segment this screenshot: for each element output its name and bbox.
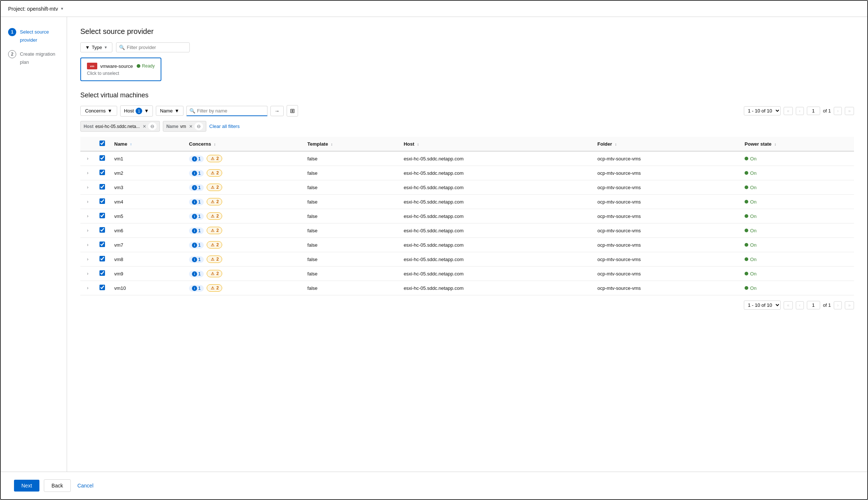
expand-column-header [80,137,95,151]
bottom-first-page-button[interactable]: « [784,301,793,309]
project-selector[interactable]: Project: openshift-mtv ▼ [8,6,64,12]
back-button[interactable]: Back [44,479,71,492]
next-button[interactable]: Next [14,480,39,492]
concern-warn-badge[interactable]: ⚠ 2 [207,284,222,292]
checkbox-cell[interactable] [95,151,110,166]
concern-warn-badge[interactable]: ⚠ 2 [207,241,222,249]
expand-button[interactable]: › [85,242,91,248]
checkbox-cell[interactable] [95,195,110,209]
table-row: › vm8 i 1 ⚠ 2 false esxi-hc-05.sddc.neta… [80,252,854,267]
checkbox-cell[interactable] [95,238,110,252]
checkbox-cell[interactable] [95,252,110,267]
last-page-button[interactable]: » [845,107,854,115]
name-chip-remove-button[interactable]: ✕ [189,124,193,129]
name-column-header[interactable]: Name ↑ [110,137,185,151]
concern-warn-badge[interactable]: ⚠ 2 [207,212,222,220]
concern-info-badge[interactable]: i 1 [189,242,204,249]
concerns-filter-button[interactable]: Concerns ▼ [80,106,117,116]
row-checkbox[interactable] [99,198,105,204]
sidebar-step-1[interactable]: 1 Select source provider [8,28,59,44]
provider-card-header: vm vmware-source Ready [87,63,155,69]
bottom-per-page-select[interactable]: 1 - 10 of 10 [744,301,781,310]
row-checkbox[interactable] [99,155,105,161]
checkbox-column-header[interactable] [95,137,110,151]
expand-cell: › [80,166,95,180]
power-state-column-header[interactable]: Power state ↕ [740,137,854,151]
concern-info-badge[interactable]: i 1 [189,228,204,234]
folder-column-header[interactable]: Folder ↕ [593,137,741,151]
concern-warn-badge[interactable]: ⚠ 2 [207,184,222,191]
row-checkbox[interactable] [99,227,105,233]
per-page-select[interactable]: 1 - 10 of 10 [744,106,781,115]
columns-toggle-button[interactable]: ⊞ [287,105,298,117]
expand-button[interactable]: › [85,256,91,263]
concern-info-badge[interactable]: i 1 [189,156,204,162]
concern-info-badge[interactable]: i 1 [189,170,204,177]
row-checkbox[interactable] [99,270,105,276]
folder-cell: ocp-mtv-source-vms [593,209,741,223]
row-checkbox[interactable] [99,213,105,218]
expand-button[interactable]: › [85,198,91,205]
cancel-button[interactable]: Cancel [75,480,96,492]
clear-all-filters-button[interactable]: Clear all filters [209,124,239,129]
type-filter-button[interactable]: ▼ Type ▼ [80,42,112,52]
concern-info-badge[interactable]: i 1 [189,184,204,191]
next-page-button[interactable]: › [834,107,842,115]
row-checkbox[interactable] [99,242,105,247]
concern-info-badge[interactable]: i 1 [189,199,204,205]
host-filter-button[interactable]: Host 1 ▼ [120,105,153,117]
row-checkbox[interactable] [99,184,105,190]
expand-button[interactable]: › [85,285,91,291]
checkbox-cell[interactable] [95,281,110,295]
checkbox-cell[interactable] [95,180,110,195]
bottom-prev-page-button[interactable]: ‹ [796,301,804,309]
row-checkbox[interactable] [99,256,105,261]
concern-warn-badge[interactable]: ⚠ 2 [207,155,222,162]
type-caret-icon: ▼ [104,45,108,49]
concern-info-badge[interactable]: i 1 [189,213,204,220]
expand-button[interactable]: › [85,184,91,191]
current-page-input[interactable] [807,107,820,115]
checkbox-cell[interactable] [95,223,110,238]
concerns-column-header[interactable]: Concerns ↕ [185,137,303,151]
concern-warn-badge[interactable]: ⚠ 2 [207,198,222,205]
concern-info-badge[interactable]: i 1 [189,285,204,292]
host-column-header[interactable]: Host ↕ [399,137,593,151]
info-icon: i [192,199,197,205]
row-checkbox[interactable] [99,285,105,290]
concern-warn-badge[interactable]: ⚠ 2 [207,227,222,234]
info-icon: i [192,257,197,262]
select-all-checkbox[interactable] [99,140,105,146]
concern-warn-badge[interactable]: ⚠ 2 [207,256,222,263]
host-chip-clear-button[interactable]: ⊖ [148,122,157,130]
provider-card[interactable]: vm vmware-source Ready Click to unselect [80,58,161,81]
prev-page-button[interactable]: ‹ [796,107,804,115]
host-chip-remove-button[interactable]: ✕ [143,124,146,129]
concern-warn-badge[interactable]: ⚠ 2 [207,169,222,177]
host-cell: esxi-hc-05.sddc.netapp.com [399,252,593,267]
expand-button[interactable]: › [85,227,91,234]
bottom-last-page-button[interactable]: » [845,301,854,309]
concern-info-badge[interactable]: i 1 [189,271,204,277]
checkbox-cell[interactable] [95,267,110,281]
checkbox-cell[interactable] [95,209,110,223]
name-chip-clear-button[interactable]: ⊖ [195,122,203,130]
search-submit-button[interactable]: → [270,106,284,116]
template-column-header[interactable]: Template ↕ [303,137,399,151]
provider-search-input[interactable] [116,42,190,52]
row-checkbox[interactable] [99,170,105,175]
expand-button[interactable]: › [85,155,91,162]
first-page-button[interactable]: « [784,107,793,115]
vm-search-input[interactable] [186,106,267,116]
name-filter-button[interactable]: Name ▼ [156,106,183,116]
concern-warn-badge[interactable]: ⚠ 2 [207,270,222,277]
expand-button[interactable]: › [85,213,91,219]
concern-info-badge[interactable]: i 1 [189,256,204,263]
expand-button[interactable]: › [85,270,91,277]
concerns-cell: i 1 ⚠ 2 [185,166,303,180]
checkbox-cell[interactable] [95,166,110,180]
bottom-current-page-input[interactable] [807,301,820,309]
expand-button[interactable]: › [85,170,91,176]
host-sort-icon: ↕ [417,142,419,146]
bottom-next-page-button[interactable]: › [834,301,842,309]
